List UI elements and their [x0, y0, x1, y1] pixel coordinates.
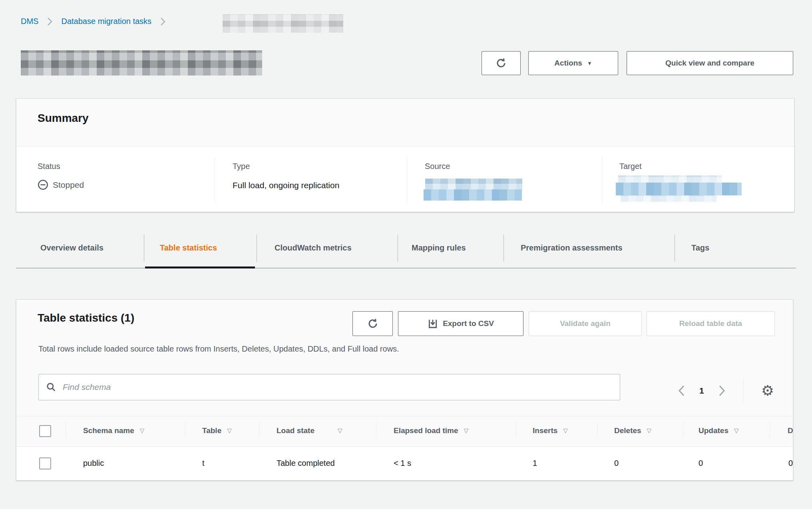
reload-table-data-button[interactable]: Reload table data — [647, 311, 775, 336]
column-separator — [515, 422, 516, 437]
tabs-baseline — [16, 268, 796, 268]
target-label: Target — [619, 162, 642, 171]
table-statistics-card: Table statistics (1) Export to CSV Valid… — [16, 299, 793, 481]
dms-task-page: DMS Database migration tasks Actions ▼ Q… — [0, 0, 812, 509]
column-header-elapsed-load-time[interactable]: Elapsed load time ▽ — [394, 426, 468, 435]
sort-icon: ▽ — [140, 427, 145, 434]
target-value-redacted[interactable] — [621, 195, 716, 202]
column-separator — [66, 422, 66, 437]
export-to-csv-button[interactable]: Export to CSV — [398, 311, 523, 336]
summary-col-divider — [602, 157, 602, 202]
pagination: 1 ⚙ — [678, 379, 774, 403]
column-header-deletes[interactable]: Deletes ▽ — [614, 426, 651, 435]
tab-separator — [144, 235, 144, 262]
breadcrumb: DMS Database migration tasks — [21, 17, 165, 26]
cell-elapsed-load-time: < 1 s — [394, 459, 411, 468]
tab-separator — [675, 235, 675, 262]
column-header-schema-name[interactable]: Schema name ▽ — [83, 426, 144, 435]
actions-button-label: Actions — [554, 59, 582, 68]
cell-table: t — [202, 459, 205, 468]
stopped-circle-minus-icon — [38, 179, 48, 190]
column-separator — [185, 422, 185, 437]
tab-separator — [257, 235, 257, 262]
tab-overview-details[interactable]: Overview details — [40, 243, 103, 253]
pagination-divider — [743, 379, 744, 403]
source-value-redacted[interactable] — [425, 179, 522, 189]
column-label: Elapsed load time — [394, 426, 458, 435]
tab-tags[interactable]: Tags — [691, 243, 709, 253]
column-header-updates[interactable]: Updates ▽ — [699, 426, 739, 435]
download-icon — [428, 318, 438, 329]
column-header-ddls[interactable]: D — [788, 426, 793, 435]
cell-deletes: 0 — [614, 459, 619, 468]
sort-icon: ▽ — [227, 427, 232, 434]
cell-ddls: 0 — [788, 459, 793, 468]
export-to-csv-label: Export to CSV — [443, 319, 494, 328]
breadcrumb-link-dms[interactable]: DMS — [21, 17, 38, 26]
column-label: Updates — [699, 426, 728, 435]
column-label: Load state — [277, 426, 314, 435]
table-statistics-description: Total rows include loaded source table r… — [38, 344, 399, 354]
type-label: Type — [233, 162, 250, 171]
column-label: D — [788, 426, 793, 435]
settings-gear-icon[interactable]: ⚙ — [761, 384, 774, 398]
tab-mapping-rules[interactable]: Mapping rules — [412, 243, 466, 253]
tab-cloudwatch-metrics[interactable]: CloudWatch metrics — [275, 243, 352, 253]
column-separator — [597, 422, 598, 437]
refresh-icon — [367, 318, 379, 330]
sort-icon: ▽ — [464, 427, 469, 434]
active-tab-underline — [145, 266, 255, 268]
target-value-redacted[interactable] — [616, 183, 742, 195]
search-box — [38, 374, 620, 400]
sort-icon: ▽ — [647, 427, 652, 434]
table-row: public t Table completed < 1 s 1 0 0 0 — [16, 447, 793, 481]
actions-button[interactable]: Actions ▼ — [528, 51, 618, 75]
chevron-right-icon — [47, 17, 52, 26]
refresh-button[interactable] — [482, 51, 521, 75]
column-label: Schema name — [83, 426, 134, 435]
summary-title: Summary — [38, 112, 89, 125]
select-all-checkbox[interactable] — [39, 425, 51, 437]
reload-table-data-label: Reload table data — [679, 319, 742, 328]
breadcrumb-redacted-task-name[interactable] — [223, 14, 343, 33]
cell-load-state: Table completed — [277, 459, 335, 468]
row-checkbox[interactable] — [39, 457, 51, 469]
column-separator — [770, 422, 770, 437]
quick-view-label: Quick view and compare — [665, 59, 754, 68]
tab-premigration-assessments[interactable]: Premigration assessments — [521, 243, 623, 253]
sort-icon: ▽ — [563, 427, 568, 434]
breadcrumb-link-tasks[interactable]: Database migration tasks — [61, 17, 151, 26]
column-separator — [683, 422, 683, 437]
source-value-redacted[interactable] — [424, 189, 522, 201]
column-header-table[interactable]: Table ▽ — [202, 426, 232, 435]
caret-down-icon: ▼ — [587, 61, 592, 66]
source-label: Source — [425, 162, 450, 171]
search-icon — [46, 382, 56, 392]
type-value: Full load, ongoing replication — [233, 181, 339, 190]
pagination-next-icon[interactable] — [718, 385, 726, 397]
target-value-redacted[interactable] — [618, 175, 722, 183]
cell-updates: 0 — [699, 459, 703, 468]
chevron-right-icon — [160, 17, 165, 26]
cell-inserts: 1 — [533, 459, 537, 468]
status-label: Status — [38, 162, 60, 171]
cell-schema-name: public — [83, 459, 104, 468]
validate-again-label: Validate again — [560, 319, 611, 328]
summary-col-divider — [214, 157, 215, 202]
sort-icon: ▽ — [734, 427, 739, 434]
summary-col-divider — [407, 157, 407, 202]
table-refresh-button[interactable] — [352, 311, 393, 336]
tab-table-statistics[interactable]: Table statistics — [160, 243, 217, 253]
column-header-load-state[interactable]: Load state ▽ — [277, 426, 342, 435]
status-value-group: Stopped — [38, 179, 84, 190]
status-value: Stopped — [53, 180, 84, 190]
pagination-current-page[interactable]: 1 — [699, 386, 704, 396]
validate-again-button[interactable]: Validate again — [529, 311, 642, 336]
column-header-inserts[interactable]: Inserts ▽ — [533, 426, 568, 435]
tab-separator — [398, 235, 398, 262]
pagination-prev-icon[interactable] — [678, 385, 685, 397]
quick-view-compare-button[interactable]: Quick view and compare — [627, 51, 793, 75]
find-schema-input[interactable] — [62, 382, 613, 392]
sort-icon: ▽ — [338, 427, 342, 434]
tab-separator — [504, 235, 504, 262]
